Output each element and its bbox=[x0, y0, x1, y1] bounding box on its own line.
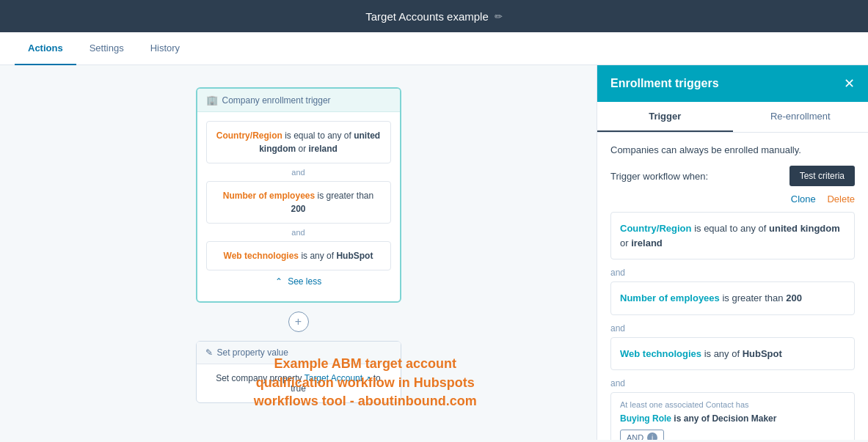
panel-nested-box[interactable]: At least one associated Contact has Buyi… bbox=[610, 392, 855, 440]
panel-trigger-row: Trigger workflow when: Test criteria bbox=[610, 166, 855, 186]
trigger-card-header: 🏢 Company enrollment trigger bbox=[197, 89, 400, 112]
panel-criteria-3-text: is any of HubSpot bbox=[704, 348, 782, 359]
tab-history[interactable]: History bbox=[137, 32, 193, 65]
main-content: 🏢 Company enrollment trigger Country/Reg… bbox=[0, 65, 868, 440]
panel-criteria-2[interactable]: Number of employees is greater than 200 bbox=[610, 281, 855, 315]
edit-icon-small: ✎ bbox=[205, 347, 213, 358]
panel-criteria-3[interactable]: Web technologies is any of HubSpot bbox=[610, 337, 855, 371]
nested-box-title: At least one associated Contact has bbox=[620, 400, 845, 409]
panel-and-1: and bbox=[610, 264, 855, 281]
condition-2[interactable]: Number of employees is greater than 200 bbox=[206, 181, 391, 224]
property-value: true bbox=[291, 383, 306, 394]
tab-settings[interactable]: Settings bbox=[76, 32, 137, 65]
and-badge-label: AND bbox=[627, 433, 643, 440]
panel-criteria-1[interactable]: Country/Region is equal to any of united… bbox=[610, 212, 855, 259]
and-badge[interactable]: AND i bbox=[620, 430, 664, 440]
external-link-icon: ↗ bbox=[365, 375, 371, 383]
workflow-canvas: 🏢 Company enrollment trigger Country/Reg… bbox=[0, 65, 597, 440]
trigger-card-body: Country/Region is equal to any of united… bbox=[197, 112, 400, 301]
condition-2-prop: Number of employees bbox=[223, 191, 315, 201]
property-card-body: Set company property Target Account ↗ to… bbox=[197, 364, 401, 402]
trigger-when-label: Trigger workflow when: bbox=[610, 171, 708, 182]
condition-1[interactable]: Country/Region is equal to any of united… bbox=[206, 121, 391, 163]
and-sep-2: and bbox=[206, 224, 391, 241]
condition-1-prop: Country/Region bbox=[216, 130, 282, 141]
panel-tab-reenrollment[interactable]: Re-enrollment bbox=[733, 102, 869, 132]
panel-body: Companies can always be enrolled manuall… bbox=[597, 133, 868, 440]
buying-role-prop: Buying Role bbox=[620, 413, 671, 424]
test-criteria-button[interactable]: Test criteria bbox=[789, 166, 855, 186]
delete-link[interactable]: Delete bbox=[827, 194, 855, 205]
company-icon: 🏢 bbox=[206, 95, 218, 106]
clone-link[interactable]: Clone bbox=[791, 194, 816, 205]
panel-and-2: and bbox=[610, 320, 855, 337]
panel-title: Enrollment triggers bbox=[610, 77, 719, 90]
tab-actions[interactable]: Actions bbox=[15, 32, 76, 65]
panel-header: Enrollment triggers ✕ bbox=[597, 65, 868, 102]
property-card-label: Set property value bbox=[217, 347, 288, 358]
enrollment-trigger-card: 🏢 Company enrollment trigger Country/Reg… bbox=[196, 87, 401, 303]
and-badge-container: AND i bbox=[620, 424, 845, 440]
condition-3-prop: Web technologies bbox=[224, 251, 299, 261]
workflow-title: Target Accounts example bbox=[365, 10, 489, 23]
condition-3[interactable]: Web technologies is any of HubSpot bbox=[206, 241, 391, 270]
nested-box-criteria: Buying Role is any of Decision Maker bbox=[620, 413, 845, 424]
panel-criteria-3-prop: Web technologies bbox=[620, 348, 701, 359]
and-sep-1: and bbox=[206, 163, 391, 181]
target-account-link[interactable]: Target Account ↗ bbox=[304, 373, 373, 383]
info-icon: i bbox=[647, 432, 657, 440]
edit-icon[interactable]: ✏ bbox=[495, 11, 503, 22]
panel-tabs: Trigger Re-enrollment bbox=[597, 102, 868, 133]
clone-delete-row: Clone Delete bbox=[610, 194, 855, 205]
condition-3-text: is any of HubSpot bbox=[301, 251, 373, 261]
add-step-button[interactable]: + bbox=[288, 312, 309, 332]
add-btn-container: + bbox=[29, 303, 567, 341]
panel-close-button[interactable]: ✕ bbox=[844, 77, 855, 90]
property-card-header: ✎ Set property value bbox=[197, 342, 401, 364]
top-bar: Target Accounts example ✏ bbox=[0, 0, 868, 32]
panel-criteria-2-prop: Number of employees bbox=[620, 292, 720, 303]
panel-info-text: Companies can always be enrolled manuall… bbox=[610, 144, 855, 155]
property-body-suffix: to bbox=[373, 373, 381, 383]
enrollment-triggers-panel: Enrollment triggers ✕ Trigger Re-enrollm… bbox=[597, 65, 868, 440]
property-body-prefix: Set company property bbox=[216, 373, 304, 383]
panel-criteria-1-prop: Country/Region bbox=[620, 223, 692, 234]
nav-tabs: Actions Settings History bbox=[0, 32, 868, 65]
panel-criteria-2-text: is greater than 200 bbox=[722, 292, 801, 303]
panel-tab-trigger[interactable]: Trigger bbox=[597, 102, 733, 132]
see-less-btn[interactable]: ⌃ See less bbox=[206, 270, 391, 292]
trigger-card-label: Company enrollment trigger bbox=[222, 95, 331, 106]
panel-and-3: and bbox=[610, 375, 855, 392]
set-property-card: ✎ Set property value Set company propert… bbox=[196, 341, 401, 403]
nested-criteria-text: is any of Decision Maker bbox=[674, 413, 776, 424]
